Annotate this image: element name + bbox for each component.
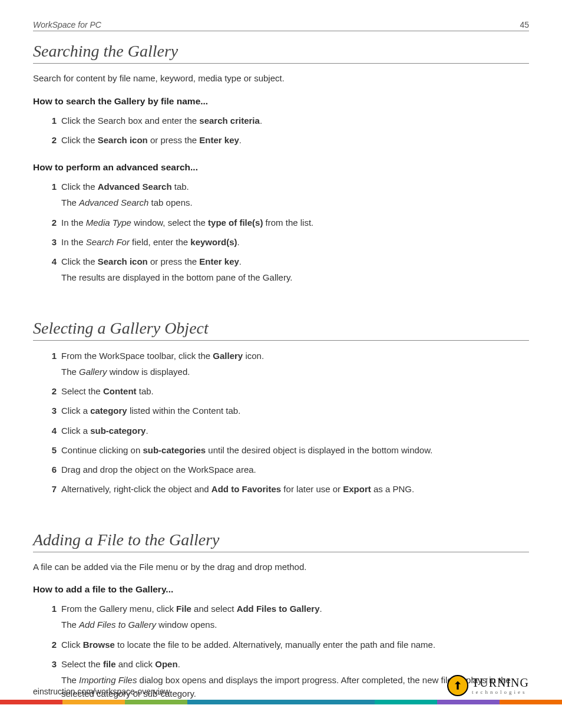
logo-text-sub: technologies	[472, 690, 529, 695]
header-title: WorkSpace for PC	[33, 20, 101, 29]
step-number: 3	[46, 657, 57, 671]
list-item: 4 Click a sub-category.	[49, 424, 529, 437]
step-number: 7	[46, 482, 57, 496]
footer-stripe	[0, 700, 562, 704]
step-number: 1	[46, 349, 57, 363]
list-item: 2 In the Media Type window, select the t…	[49, 216, 529, 229]
step-number: 2	[46, 384, 57, 398]
step-number: 4	[46, 424, 57, 437]
list-item: 7 Alternatively, right-click the object …	[49, 482, 529, 496]
list-item: 1 From the Gallery menu, click File and …	[49, 602, 529, 632]
heading-adding-file: Adding a File to the Gallery	[33, 531, 529, 552]
step-number: 1	[46, 180, 57, 193]
steps-search-filename: 1 Click the Search box and enter the sea…	[33, 114, 529, 147]
logo-badge-icon	[447, 675, 468, 696]
step-text: Click the Search icon or press the Enter…	[61, 256, 242, 266]
step-text: Click the Search icon or press the Enter…	[61, 135, 242, 145]
step-number: 6	[46, 463, 57, 476]
step-number: 2	[46, 638, 57, 651]
page-number: 45	[520, 20, 529, 29]
step-text: Click the Advanced Search tab.	[61, 182, 189, 192]
list-item: 2 Select the Content tab.	[49, 384, 529, 398]
step-number: 2	[46, 133, 57, 147]
step-text: Click a sub-category.	[61, 426, 148, 436]
logo-text-main: TURNING	[472, 677, 529, 689]
step-text: Select the Content tab.	[61, 386, 154, 396]
running-header: WorkSpace for PC 45	[33, 20, 529, 31]
step-subtext: The Gallery window is displayed.	[61, 365, 529, 378]
list-item: 6 Drag and drop the object on the WorkSp…	[49, 463, 529, 476]
step-text: Alternatively, right-click the object an…	[61, 484, 414, 494]
step-text: Click Browse to locate the file to be ad…	[61, 640, 435, 650]
step-text: In the Media Type window, select the typ…	[61, 218, 313, 228]
list-item: 3 In the Search For field, enter the key…	[49, 235, 529, 249]
list-item: 1 Click the Advanced Search tab. The Adv…	[49, 180, 529, 210]
list-item: 2 Click Browse to locate the file to be …	[49, 638, 529, 651]
list-item: 1 From the WorkSpace toolbar, click the …	[49, 349, 529, 379]
step-text: Drag and drop the object on the WorkSpac…	[61, 465, 256, 475]
heading-how-to-add-file: How to add a file to the Gallery...	[33, 584, 529, 595]
turning-technologies-logo: TURNING technologies	[447, 675, 529, 696]
step-text: From the Gallery menu, click File and se…	[61, 604, 322, 614]
list-item: 1 Click the Search box and enter the sea…	[49, 114, 529, 127]
step-number: 4	[46, 255, 57, 268]
step-number: 1	[46, 602, 57, 615]
list-item: 4 Click the Search icon or press the Ent…	[49, 255, 529, 285]
heading-search-by-filename: How to search the Gallery by file name..…	[33, 96, 529, 107]
step-number: 3	[46, 235, 57, 249]
page-footer: einstruction.com/workspace-overview TURN…	[33, 675, 529, 696]
step-subtext: The Add Files to Gallery window opens.	[61, 618, 529, 631]
step-text: Click the Search box and enter the searc…	[61, 116, 262, 126]
list-item: 2 Click the Search icon or press the Ent…	[49, 133, 529, 147]
step-number: 3	[46, 404, 57, 417]
step-text: Select the file and click Open.	[61, 659, 180, 669]
step-text: From the WorkSpace toolbar, click the Ga…	[61, 351, 264, 361]
intro-adding-file: A file can be added via the File menu or…	[33, 561, 529, 574]
steps-selecting-object: 1 From the WorkSpace toolbar, click the …	[33, 349, 529, 496]
step-text: In the Search For field, enter the keywo…	[61, 237, 240, 247]
footer-url: einstruction.com/workspace-overview	[33, 687, 170, 696]
heading-selecting-object: Selecting a Gallery Object	[33, 319, 529, 341]
step-subtext: The Advanced Search tab opens.	[61, 196, 529, 209]
list-item: 3 Click a category listed within the Con…	[49, 404, 529, 417]
step-number: 5	[46, 443, 57, 457]
step-text: Click a category listed within the Conte…	[61, 406, 240, 416]
heading-searching-gallery: Searching the Gallery	[33, 42, 529, 64]
steps-advanced-search: 1 Click the Advanced Search tab. The Adv…	[33, 180, 529, 285]
step-text: Continue clicking on sub-categories unti…	[61, 445, 432, 455]
step-subtext: The results are displayed in the bottom …	[61, 271, 529, 284]
step-number: 2	[46, 216, 57, 229]
intro-searching: Search for content by file name, keyword…	[33, 72, 529, 85]
list-item: 5 Continue clicking on sub-categories un…	[49, 443, 529, 457]
heading-advanced-search: How to perform an advanced search...	[33, 162, 529, 173]
step-number: 1	[46, 114, 57, 127]
